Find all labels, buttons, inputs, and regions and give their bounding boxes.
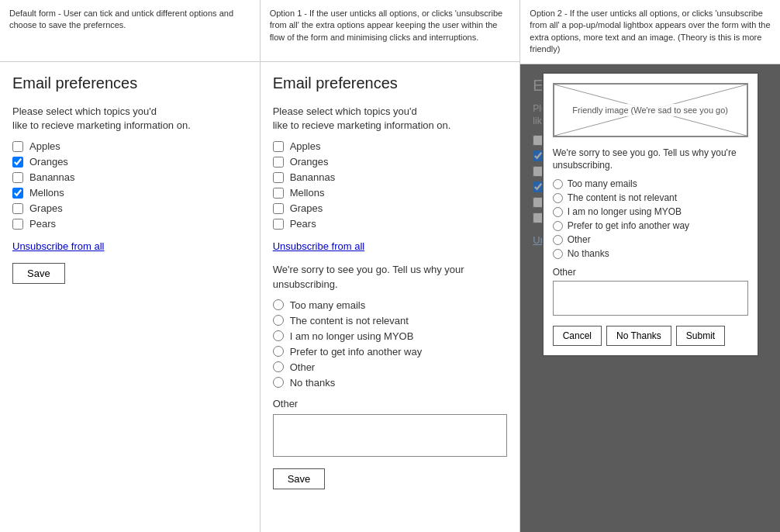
list-item: Oranges	[273, 156, 508, 168]
col2-subtitle: Please select which topics you'd like to…	[273, 105, 508, 133]
col2-reason-5[interactable]	[273, 361, 284, 372]
oranges-checkbox[interactable]	[12, 157, 23, 168]
col2-other-textarea[interactable]	[273, 414, 508, 457]
col2-grapes-checkbox[interactable]	[273, 203, 284, 214]
list-item: No thanks	[273, 377, 508, 389]
list-item: The content is not relevant	[553, 192, 748, 203]
modal-reason-1[interactable]	[553, 179, 563, 189]
col2-other-label: Other	[273, 398, 508, 409]
no-thanks-button[interactable]: No Thanks	[606, 326, 671, 346]
banannas-checkbox[interactable]	[12, 172, 23, 183]
list-item: Too many emails	[273, 299, 508, 311]
col2-sorry-text: We're sorry to see you go. Tell us why y…	[273, 263, 508, 291]
friendly-image: Friendly image (We're sad to see you go)	[553, 83, 748, 137]
list-item: Banannas	[273, 171, 508, 183]
submit-button[interactable]: Submit	[676, 326, 725, 346]
list-item: Prefer to get info another way	[553, 220, 748, 231]
list-item: Pears	[273, 218, 508, 230]
modal-reason-5[interactable]	[553, 235, 563, 245]
cancel-button[interactable]: Cancel	[553, 326, 602, 346]
list-item: Oranges	[12, 156, 247, 168]
modal-other-label: Other	[553, 267, 748, 278]
col2-checkbox-list: Apples Oranges Banannas Mellons Grapes P…	[273, 140, 508, 230]
modal-sorry-text: We're sorry to see you go. Tell us why y…	[553, 147, 748, 173]
col1-subtitle: Please select which topics you'd like to…	[12, 105, 247, 133]
list-item: Other	[553, 234, 748, 245]
list-item: Too many emails	[553, 178, 748, 189]
col2-title: Email preferences	[273, 74, 508, 92]
col2-apples-checkbox[interactable]	[273, 141, 284, 152]
modal-radio-list: Too many emails The content is not relev…	[553, 178, 748, 259]
modal-reason-4[interactable]	[553, 221, 563, 231]
apples-checkbox[interactable]	[12, 141, 23, 152]
col1-title: Email preferences	[12, 74, 247, 92]
grapes-checkbox[interactable]	[12, 203, 23, 214]
pears-checkbox[interactable]	[12, 219, 23, 230]
col2-header: Option 1 - If the user unticks all optio…	[261, 0, 520, 62]
col3-header: Option 2 - If the user unticks all optio…	[520, 0, 780, 64]
list-item: Mellons	[12, 187, 247, 199]
list-item: The content is not relevant	[273, 315, 508, 326]
col2-reason-4[interactable]	[273, 346, 284, 357]
modal-buttons: Cancel No Thanks Submit	[553, 326, 748, 346]
col3-body: Email preferences Please select which to…	[520, 64, 780, 532]
main-layout: Default form - User can tick and untick …	[0, 0, 780, 532]
col2-body: Email preferences Please select which to…	[261, 62, 520, 532]
col2-save-button[interactable]: Save	[273, 468, 326, 489]
col2-radio-list: Too many emails The content is not relev…	[273, 299, 508, 389]
col1-body: Email preferences Please select which to…	[0, 62, 260, 532]
list-item: Mellons	[273, 187, 508, 199]
list-item: Other	[273, 361, 508, 373]
save-button[interactable]: Save	[12, 263, 65, 284]
list-item: Grapes	[273, 202, 508, 214]
column-3: Option 2 - If the user unticks all optio…	[520, 0, 780, 532]
list-item: Apples	[12, 140, 247, 152]
list-item: Grapes	[12, 202, 247, 214]
col1-checkbox-list: Apples Oranges Banannas Mellons Grapes P…	[12, 140, 247, 230]
col2-banannas-checkbox[interactable]	[273, 172, 284, 183]
col2-pears-checkbox[interactable]	[273, 219, 284, 230]
modal-overlay: Friendly image (We're sad to see you go)…	[520, 64, 780, 532]
mellons-checkbox[interactable]	[12, 188, 23, 199]
column-1: Default form - User can tick and untick …	[0, 0, 261, 532]
modal-other-textarea[interactable]	[553, 281, 748, 316]
col2-mellons-checkbox[interactable]	[273, 188, 284, 199]
modal-box: Friendly image (We're sad to see you go)…	[542, 72, 759, 358]
col2-reason-2[interactable]	[273, 315, 284, 326]
image-label: Friendly image (We're sad to see you go)	[569, 104, 731, 116]
list-item: Apples	[273, 140, 508, 152]
column-2: Option 1 - If the user unticks all optio…	[261, 0, 521, 532]
list-item: Banannas	[12, 171, 247, 183]
list-item: Prefer to get info another way	[273, 346, 508, 358]
col2-reason-6[interactable]	[273, 377, 284, 388]
list-item: No thanks	[553, 248, 748, 259]
list-item: Pears	[12, 218, 247, 230]
list-item: I am no longer using MYOB	[553, 206, 748, 217]
col2-reason-1[interactable]	[273, 299, 284, 310]
col2-unsubscribe-link[interactable]: Unsubscribe from all	[273, 240, 508, 252]
modal-reason-3[interactable]	[553, 207, 563, 217]
modal-reason-6[interactable]	[553, 249, 563, 259]
col2-oranges-checkbox[interactable]	[273, 157, 284, 168]
unsubscribe-link[interactable]: Unsubscribe from all	[12, 240, 247, 252]
col2-reason-3[interactable]	[273, 330, 284, 341]
list-item: I am no longer using MYOB	[273, 330, 508, 342]
col1-header: Default form - User can tick and untick …	[0, 0, 260, 62]
modal-reason-2[interactable]	[553, 193, 563, 203]
